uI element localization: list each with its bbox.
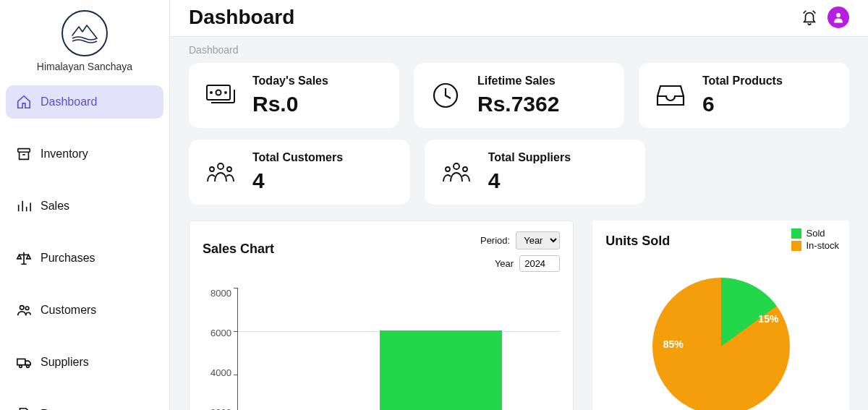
svg-point-16 bbox=[446, 167, 450, 171]
period-label: Period: bbox=[480, 235, 510, 246]
svg-point-15 bbox=[454, 163, 459, 169]
svg-point-2 bbox=[25, 307, 29, 310]
tray-icon bbox=[655, 80, 686, 111]
plot-area bbox=[237, 288, 560, 410]
pie-label-instock: 85% bbox=[663, 338, 684, 350]
stat-value: Rs.0 bbox=[252, 92, 328, 116]
units-sold-card: Units Sold Sold In-stock 85% bbox=[592, 221, 849, 410]
stat-card-todays-sales: Today's Sales Rs.0 bbox=[189, 63, 399, 128]
topbar: Dashboard bbox=[170, 0, 868, 37]
content: Today's Sales Rs.0 Lifetime Sales Rs.736… bbox=[170, 63, 868, 410]
legend-swatch bbox=[791, 229, 801, 239]
bell-icon bbox=[801, 9, 817, 25]
sidebar-item-label: Suppliers bbox=[41, 356, 89, 369]
units-legend: Sold In-stock bbox=[791, 228, 839, 252]
sidebar: Himalayan Sanchaya Dashboard Inventory S… bbox=[0, 0, 170, 410]
group-icon bbox=[205, 156, 237, 188]
period-select[interactable]: Year bbox=[516, 231, 560, 249]
stat-card-lifetime-sales: Lifetime Sales Rs.7362 bbox=[414, 63, 624, 128]
svg-point-4 bbox=[20, 365, 22, 368]
truck-icon bbox=[16, 354, 32, 370]
svg-point-1 bbox=[20, 306, 25, 310]
svg-point-5 bbox=[27, 365, 30, 368]
sidebar-item-label: Purchases bbox=[41, 252, 95, 265]
svg-point-9 bbox=[210, 92, 212, 93]
stat-card-total-suppliers: Total Suppliers 4 bbox=[425, 140, 646, 205]
y-axis: 8000 6000 4000 2000 bbox=[203, 288, 237, 410]
sidebar-item-customers[interactable]: Customers bbox=[6, 294, 163, 327]
cash-icon bbox=[205, 80, 237, 111]
top-actions bbox=[801, 7, 849, 28]
bar-chart: 8000 6000 4000 2000 bbox=[203, 288, 560, 410]
stats-row-1: Today's Sales Rs.0 Lifetime Sales Rs.736… bbox=[189, 63, 849, 128]
notifications-button[interactable] bbox=[801, 9, 817, 25]
year-label: Year bbox=[495, 258, 514, 269]
svg-point-14 bbox=[227, 167, 231, 171]
period-controls: Period: Year Year bbox=[480, 231, 560, 272]
svg-point-8 bbox=[216, 90, 221, 95]
legend-item-sold: Sold bbox=[791, 228, 839, 239]
stats-row-2: Total Customers 4 Total Suppliers 4 bbox=[189, 140, 849, 205]
legend-item-instock: In-stock bbox=[791, 240, 839, 251]
brand-logo bbox=[61, 10, 108, 56]
sidebar-item-label: Dashboard bbox=[41, 95, 97, 108]
sidebar-item-dashboard[interactable]: Dashboard bbox=[6, 85, 163, 119]
svg-rect-0 bbox=[18, 149, 30, 153]
document-icon bbox=[16, 406, 32, 410]
breadcrumb: Dashboard bbox=[170, 37, 868, 63]
sales-chart-card: Sales Chart Period: Year Year bbox=[189, 221, 574, 410]
stat-value: Rs.7362 bbox=[477, 92, 559, 116]
sidebar-item-inventory[interactable]: Inventory bbox=[6, 137, 163, 171]
stat-label: Today's Sales bbox=[252, 74, 328, 87]
bar-series-0 bbox=[380, 330, 502, 410]
user-icon bbox=[832, 11, 845, 24]
svg-rect-3 bbox=[17, 359, 25, 364]
sidebar-item-label: Inventory bbox=[41, 148, 88, 161]
sidebar-item-label: Customers bbox=[41, 304, 96, 317]
avatar[interactable] bbox=[827, 7, 849, 28]
stat-label: Total Products bbox=[702, 74, 783, 87]
stat-label: Total Customers bbox=[252, 151, 343, 164]
home-icon bbox=[16, 94, 32, 110]
stat-label: Total Suppliers bbox=[488, 151, 571, 164]
sidebar-item-label: Sales bbox=[41, 200, 69, 213]
stat-label: Lifetime Sales bbox=[477, 74, 559, 87]
brand-name: Himalayan Sanchaya bbox=[37, 61, 132, 72]
brand-block: Himalayan Sanchaya bbox=[37, 10, 132, 72]
group-icon bbox=[441, 156, 472, 188]
svg-point-12 bbox=[218, 163, 224, 169]
stat-value: 6 bbox=[702, 92, 783, 116]
legend-swatch bbox=[791, 241, 801, 251]
stat-card-total-customers: Total Customers 4 bbox=[189, 140, 410, 205]
stat-value: 4 bbox=[252, 168, 343, 193]
svg-point-13 bbox=[210, 167, 214, 171]
bar-chart-icon bbox=[16, 198, 32, 214]
sidebar-item-suppliers[interactable]: Suppliers bbox=[6, 346, 163, 379]
pie-label-sold: 15% bbox=[758, 313, 778, 325]
stat-card-total-products: Total Products 6 bbox=[639, 63, 849, 128]
svg-point-17 bbox=[463, 167, 467, 171]
sidebar-item-purchases[interactable]: Purchases bbox=[6, 242, 163, 275]
main-area: Dashboard Dashboard Today's Sales bbox=[170, 0, 868, 410]
clock-icon bbox=[430, 80, 461, 111]
page-title: Dashboard bbox=[189, 6, 294, 29]
scale-icon bbox=[16, 250, 32, 266]
users-icon bbox=[16, 302, 32, 318]
sales-chart-title: Sales Chart bbox=[203, 242, 274, 257]
svg-point-6 bbox=[836, 13, 841, 17]
stat-value: 4 bbox=[488, 168, 571, 193]
sidebar-item-reports[interactable]: Reports bbox=[6, 398, 163, 410]
archive-icon bbox=[16, 146, 32, 162]
sidebar-item-sales[interactable]: Sales bbox=[6, 189, 163, 223]
charts-row: Sales Chart Period: Year Year bbox=[189, 221, 849, 410]
year-input[interactable] bbox=[519, 255, 560, 272]
svg-point-10 bbox=[225, 92, 226, 93]
sidebar-nav: Dashboard Inventory Sales Purchases bbox=[0, 85, 169, 410]
pie-chart: 85% 15% bbox=[605, 278, 836, 410]
